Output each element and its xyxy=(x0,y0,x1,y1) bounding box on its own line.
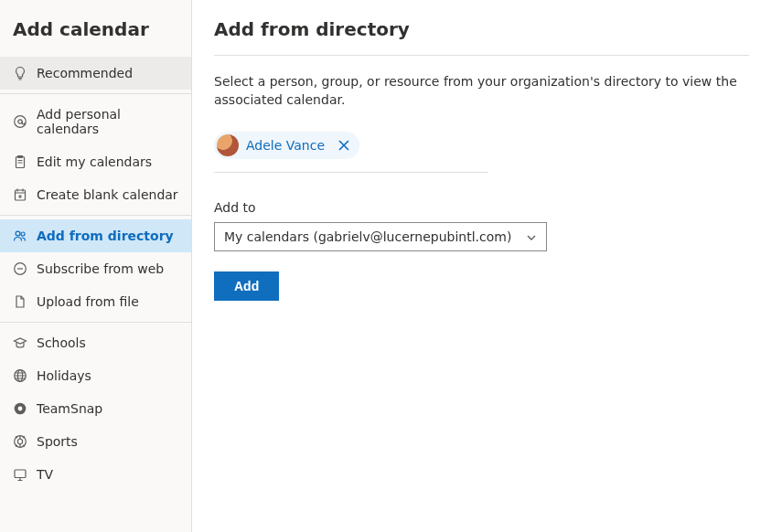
sidebar-title: Add calendar xyxy=(0,0,191,57)
sports-icon xyxy=(13,434,27,449)
at-sign-icon xyxy=(13,114,27,129)
sidebar-item-sports[interactable]: Sports xyxy=(0,425,191,458)
sidebar-item-teamsnap[interactable]: TeamSnap xyxy=(0,392,191,425)
sidebar-item-label: Schools xyxy=(37,335,86,350)
svg-point-1 xyxy=(18,120,22,123)
person-chip-name: Adele Vance xyxy=(246,138,325,153)
grad-cap-icon xyxy=(13,335,27,350)
sidebar-item-upload-from-file[interactable]: Upload from file xyxy=(0,285,191,318)
avatar xyxy=(217,134,239,156)
sidebar-item-recommended[interactable]: Recommended xyxy=(0,57,191,90)
sidebar-item-label: Holidays xyxy=(37,368,91,383)
page-title: Add from directory xyxy=(214,18,749,40)
clipboard-icon xyxy=(13,154,27,169)
sidebar-item-label: Recommended xyxy=(37,66,133,80)
nav-divider xyxy=(0,93,191,94)
sidebar-item-label: Upload from file xyxy=(37,294,139,309)
sidebar-item-create-blank-calendar[interactable]: Create blank calendar xyxy=(0,178,191,211)
chevron-down-icon xyxy=(526,231,537,242)
sidebar-item-label: Edit my calendars xyxy=(37,154,152,169)
globe-icon xyxy=(13,368,27,383)
divider xyxy=(214,55,749,56)
sidebar-item-label: Add from directory xyxy=(37,229,174,243)
sidebar-item-schools[interactable]: Schools xyxy=(0,326,191,359)
svg-point-6 xyxy=(21,232,25,236)
file-icon xyxy=(13,294,27,309)
add-to-value: My calendars (gabrielv@lucernepubintl.co… xyxy=(224,229,511,244)
sidebar-item-tv[interactable]: TV xyxy=(0,458,191,491)
calendar-plus-icon xyxy=(13,187,27,202)
sidebar: Add calendar RecommendedAdd personal cal… xyxy=(0,0,192,532)
svg-point-0 xyxy=(15,116,27,128)
page-description: Select a person, group, or resource from… xyxy=(214,72,744,110)
person-chip: Adele Vance xyxy=(214,132,359,159)
sidebar-item-subscribe-from-web[interactable]: Subscribe from web xyxy=(0,252,191,285)
main-content: Add from directory Select a person, grou… xyxy=(192,0,771,532)
nav-divider xyxy=(0,215,191,216)
sidebar-item-holidays[interactable]: Holidays xyxy=(0,359,191,392)
add-to-label: Add to xyxy=(214,200,749,215)
tv-icon xyxy=(13,467,27,482)
globe-minus-icon xyxy=(13,261,27,276)
sidebar-item-label: TV xyxy=(37,467,53,482)
svg-point-5 xyxy=(16,231,20,236)
sidebar-item-edit-my-calendars[interactable]: Edit my calendars xyxy=(0,145,191,178)
sidebar-item-add-personal-calendars[interactable]: Add personal calendars xyxy=(0,98,191,145)
sidebar-item-add-from-directory[interactable]: Add from directory xyxy=(0,219,191,252)
sidebar-item-label: Subscribe from web xyxy=(37,261,164,276)
sidebar-item-label: Add personal calendars xyxy=(37,107,178,136)
lightbulb-icon xyxy=(13,66,27,80)
sidebar-item-label: TeamSnap xyxy=(37,401,102,416)
svg-point-11 xyxy=(18,407,23,411)
teamsnap-icon xyxy=(13,401,27,416)
close-icon xyxy=(338,140,349,151)
nav-divider xyxy=(0,322,191,323)
add-button[interactable]: Add xyxy=(214,271,279,301)
svg-rect-13 xyxy=(15,470,26,478)
people-picker[interactable]: Adele Vance xyxy=(214,132,488,173)
sidebar-item-label: Create blank calendar xyxy=(37,187,178,202)
people-icon xyxy=(13,229,27,243)
sidebar-item-label: Sports xyxy=(37,434,78,449)
remove-person-button[interactable] xyxy=(336,137,352,154)
add-to-select[interactable]: My calendars (gabrielv@lucernepubintl.co… xyxy=(214,222,547,251)
